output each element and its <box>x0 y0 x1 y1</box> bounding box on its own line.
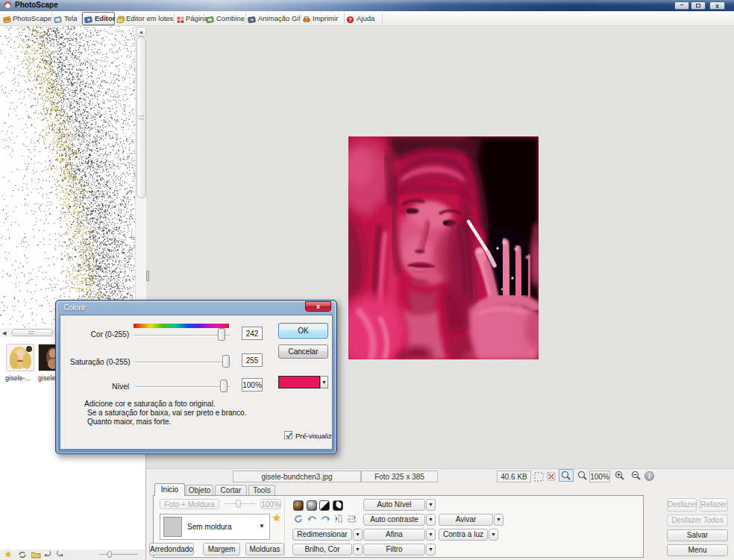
svg-text:?: ? <box>348 16 352 23</box>
